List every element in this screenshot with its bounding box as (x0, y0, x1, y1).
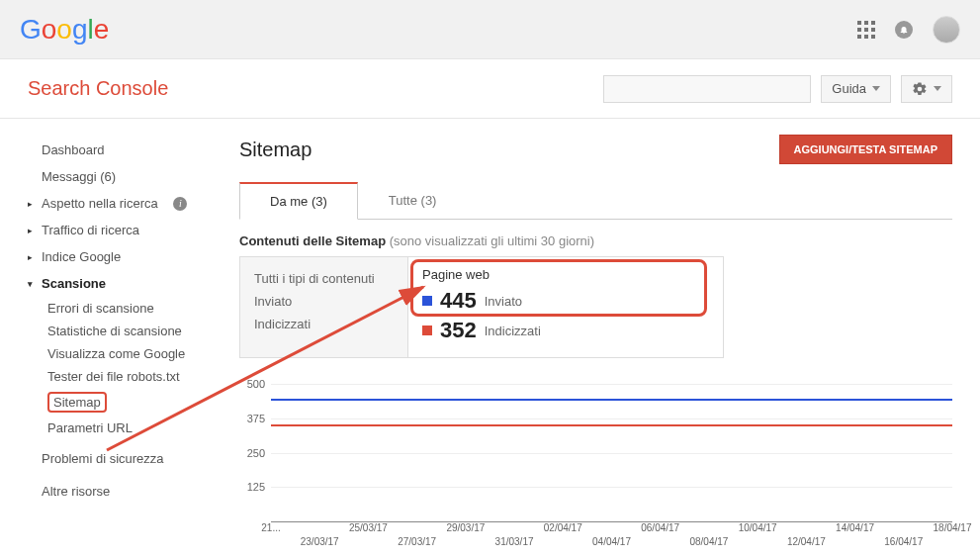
google-logo[interactable]: Google (20, 14, 109, 46)
sidebar-item-search-appearance[interactable]: ▸Aspetto nella ricerca i (0, 190, 216, 217)
sidebar-item-google-index[interactable]: ▸Indice Google (0, 243, 216, 270)
sidebar-item-search-traffic[interactable]: ▸Traffico di ricerca (0, 217, 216, 243)
avatar[interactable] (933, 16, 960, 44)
sidebar-item-url-params[interactable]: Parametri URL (0, 417, 216, 439)
apps-icon[interactable] (857, 21, 875, 39)
sidebar-item-crawl-errors[interactable]: Errori di scansione (0, 297, 216, 320)
x-tick-label: 27/03/17 (398, 536, 436, 547)
section-subtitle: Contenuti delle Sitemap (sono visualizza… (239, 233, 952, 248)
x-tick-label: 18/04/17 (934, 522, 972, 533)
x-tick-label: 16/04/17 (884, 536, 923, 547)
tab-all[interactable]: Tutte (3) (358, 182, 468, 220)
y-tick-label: 375 (247, 413, 265, 424)
sidebar-item-other[interactable]: Altre risorse (0, 478, 216, 505)
x-tick-label: 08/04/17 (689, 536, 728, 547)
gear-icon (912, 81, 928, 97)
tab-mine[interactable]: Da me (3) (239, 182, 358, 220)
content-area: Sitemap AGGIUNGI/TESTA SITEMAP Da me (3)… (216, 119, 980, 558)
caret-down-icon (934, 86, 941, 91)
caret-down-icon (872, 86, 880, 91)
chart-series-inviato (271, 399, 952, 401)
sidebar-item-robots[interactable]: Tester dei file robots.txt (0, 365, 216, 388)
highlight-annotation: Sitemap (47, 392, 107, 413)
content-types-panel: Tutti i tipi di contenuti Inviato Indici… (239, 256, 724, 358)
sidebar-item-crawl[interactable]: ▾Scansione (0, 270, 216, 297)
x-tick-label: 21... (261, 522, 280, 533)
tabs: Da me (3) Tutte (3) (239, 182, 952, 220)
square-red-icon (422, 326, 432, 335)
sidebar-item-sitemap[interactable]: Sitemap (0, 388, 216, 417)
sidebar-item-fetch-google[interactable]: Visualizza come Google (0, 342, 216, 365)
x-tick-label: 12/04/17 (787, 536, 826, 547)
y-tick-label: 250 (247, 447, 265, 459)
x-tick-label: 04/04/17 (592, 536, 631, 547)
stat-indexed: 352 Indicizzati (422, 318, 709, 343)
site-selector[interactable] (603, 75, 811, 103)
filter-submitted[interactable]: Inviato (254, 290, 394, 313)
x-tick-label: 29/03/17 (446, 522, 485, 533)
x-tick-label: 25/03/17 (349, 522, 388, 533)
x-tick-label: 02/04/17 (544, 522, 582, 533)
x-tick-label: 14/04/17 (836, 522, 874, 533)
highlight-annotation (410, 259, 707, 317)
chart: 125250375500 21...25/03/1729/03/1702/04/… (239, 384, 952, 552)
sidebar: Dashboard Messaggi (6) ▸Aspetto nella ri… (0, 119, 216, 558)
guide-button[interactable]: Guida (821, 75, 891, 103)
add-test-sitemap-button[interactable]: AGGIUNGI/TESTA SITEMAP (779, 135, 952, 164)
settings-button[interactable] (901, 75, 952, 103)
sidebar-item-security[interactable]: Problemi di sicurezza (0, 445, 216, 472)
page-title: Sitemap (239, 139, 312, 161)
sidebar-item-dashboard[interactable]: Dashboard (0, 137, 216, 163)
branding-bar: Search Console Guida (0, 59, 980, 119)
sidebar-item-messages[interactable]: Messaggi (6) (0, 163, 216, 190)
x-tick-label: 23/03/17 (301, 536, 339, 547)
y-tick-label: 500 (247, 378, 265, 390)
chart-series-indicizzati (271, 424, 952, 426)
brand-title: Search Console (28, 77, 168, 100)
guide-label: Guida (832, 81, 866, 96)
filter-all-types[interactable]: Tutti i tipi di contenuti (254, 267, 394, 290)
x-tick-label: 10/04/17 (739, 522, 777, 533)
sidebar-item-crawl-stats[interactable]: Statistiche di scansione (0, 320, 216, 342)
y-tick-label: 125 (247, 481, 265, 493)
top-bar: Google (0, 0, 980, 59)
notifications-icon[interactable] (895, 21, 913, 39)
info-icon: i (173, 197, 187, 211)
x-tick-label: 06/04/17 (641, 522, 679, 533)
filter-indexed[interactable]: Indicizzati (254, 313, 394, 335)
x-tick-label: 31/03/17 (495, 536, 534, 547)
